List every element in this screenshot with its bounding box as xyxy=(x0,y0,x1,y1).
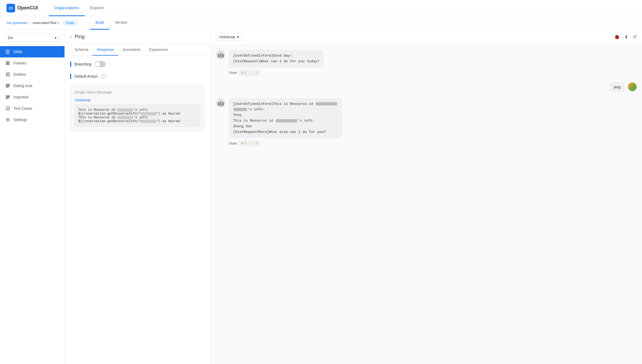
state-badge-1[interactable]: ▶ { ... } xyxy=(239,70,261,76)
sidebar-item-entities[interactable]: Entities xyxy=(0,69,64,80)
sidebar-item-skills[interactable]: Skills xyxy=(0,46,64,57)
default-action-label: Default Action xyxy=(74,74,98,78)
default-action-row: Default Action ? xyxy=(70,74,205,79)
state-badge-2[interactable]: ▶ { ... } xyxy=(239,140,261,146)
svg-rect-13 xyxy=(6,87,8,87)
bot-avatar-1: 🤖 xyxy=(216,50,226,60)
blurred-1 xyxy=(117,108,133,112)
testcases-icon xyxy=(5,106,10,111)
logo-area: CI OpenCUI xyxy=(6,4,38,12)
svg-point-18 xyxy=(7,119,9,121)
chat-message-1: 🤖 [UserDefinedInform]Good day! [SlotRequ… xyxy=(216,50,637,76)
tab-build[interactable]: Build xyxy=(90,16,109,30)
chat-body: 🤖 [UserDefinedInform]Good day! [SlotRequ… xyxy=(210,44,642,364)
debug-icon[interactable]: 🐞 xyxy=(614,34,620,40)
breadcrumb-separator: / xyxy=(29,21,30,25)
blurred-chat-3 xyxy=(276,119,297,122)
chevron-down-icon: ▾ xyxy=(57,21,59,24)
chevron-down-icon: ▾ xyxy=(237,35,239,39)
message-bubble-1: [UserDefinedInform]Good day! [SlotReques… xyxy=(229,50,324,68)
sidebar: EN ▾ Skills Frames Entities xyxy=(0,30,65,364)
blurred-4 xyxy=(140,120,156,123)
panel-title: Ping xyxy=(75,34,84,40)
back-button[interactable]: ‹ xyxy=(70,35,71,39)
state-label-2: State xyxy=(229,141,237,145)
sidebar-item-frames[interactable]: Frames xyxy=(0,57,64,69)
universal-link[interactable]: Universal xyxy=(75,98,90,102)
branching-toggle[interactable] xyxy=(95,61,105,67)
top-nav: CI OpenCUI Organizations Explore xyxy=(0,0,642,16)
svg-rect-7 xyxy=(8,63,9,65)
universal-selector[interactable]: Universal ▾ xyxy=(216,33,243,41)
content-area: ‹ Ping Schema Response Annotation Expres… xyxy=(65,30,642,364)
svg-rect-4 xyxy=(6,61,8,63)
panel-header: ‹ Ping xyxy=(65,30,210,44)
document-icon xyxy=(5,49,10,54)
main-nav: Organizations Explore xyxy=(49,0,109,16)
left-panel: ‹ Ping Schema Response Annotation Expres… xyxy=(65,30,210,364)
branching-label: Branching xyxy=(74,62,91,66)
state-row-1: State ▶ { ... } xyxy=(229,70,637,76)
nav-explore[interactable]: Explore xyxy=(85,0,109,16)
sidebar-item-test-cases[interactable]: Test Cases xyxy=(0,103,64,114)
state-arrow-2: ▶ xyxy=(242,142,243,145)
breadcrumb-tabs: Build Version xyxy=(90,16,133,30)
frames-icon xyxy=(5,61,10,66)
refresh-icon[interactable]: ↺ xyxy=(633,34,637,40)
blurred-3 xyxy=(117,116,133,119)
tab-version[interactable]: Version xyxy=(109,16,133,30)
settings-icon xyxy=(5,117,10,122)
app-name: OpenCUI xyxy=(17,5,38,11)
state-row-2: State ▶ { ... } xyxy=(229,140,637,146)
tab-response[interactable]: Response xyxy=(93,44,118,56)
right-panel: Universal ▾ 🐞 ⬇ ↺ 🤖 [UserDefinedInform]G… xyxy=(210,30,642,364)
language-selector[interactable]: EN ▾ xyxy=(4,34,60,42)
svg-rect-11 xyxy=(6,84,9,85)
section-divider-2 xyxy=(70,74,71,79)
sub-tabs: Schema Response Annotation Expression xyxy=(65,44,210,56)
public-badge: Public xyxy=(63,20,77,25)
branching-row: Branching xyxy=(70,61,205,67)
entities-icon xyxy=(5,72,10,77)
chat-message-2: 🤖 [UserDefinedInform]This is Resource id… xyxy=(216,98,637,146)
blurred-chat-1 xyxy=(316,102,337,105)
bot-message-1: 🤖 [UserDefinedInform]Good day! [SlotRequ… xyxy=(216,50,637,68)
panel-body: Branching Default Action ? Single Value … xyxy=(65,56,210,364)
state-arrow-1: ▶ xyxy=(242,71,243,74)
tab-annotation[interactable]: Annotation xyxy=(118,44,145,56)
svg-rect-16 xyxy=(6,98,8,99)
svg-rect-6 xyxy=(6,63,8,65)
breadcrumb-current[interactable]: reservationTest ▾ xyxy=(33,21,59,25)
message-bubble-2: [UserDefinedInform]This is Resource id '… xyxy=(229,98,342,138)
user-avatar xyxy=(628,83,637,91)
selector-label: Universal xyxy=(219,35,235,39)
sidebar-item-dialog-acts[interactable]: Dialog Acts xyxy=(0,80,64,91)
user-bubble: ping xyxy=(609,82,625,92)
svg-rect-8 xyxy=(6,73,9,74)
bot-avatar-2: 🤖 xyxy=(216,98,226,108)
user-message-row: ping xyxy=(216,82,637,92)
download-icon[interactable]: ⬇ xyxy=(624,34,628,40)
nav-organizations[interactable]: Organizations xyxy=(49,0,85,16)
imported-icon xyxy=(5,95,10,99)
svg-rect-15 xyxy=(6,97,9,98)
chevron-down-icon: ▾ xyxy=(55,36,57,40)
tab-schema[interactable]: Schema xyxy=(70,44,93,56)
bot-message-2: 🤖 [UserDefinedInform]This is Resource id… xyxy=(216,98,637,138)
svg-rect-12 xyxy=(6,85,9,86)
chat-header: Universal ▾ 🐞 ⬇ ↺ xyxy=(210,30,642,44)
breadcrumb-link[interactable]: me.quickstart xyxy=(6,21,27,25)
breadcrumb-bar: me.quickstart / reservationTest ▾ Public… xyxy=(0,16,642,30)
section-divider xyxy=(70,61,71,67)
card-title: Single Value Message xyxy=(75,90,200,94)
dialog-icon xyxy=(5,83,10,88)
state-label-1: State xyxy=(229,71,237,75)
blurred-chat-2 xyxy=(234,108,247,111)
svg-rect-5 xyxy=(8,61,9,63)
blurred-2 xyxy=(140,112,156,115)
tab-expression[interactable]: Expression xyxy=(145,44,172,56)
help-icon[interactable]: ? xyxy=(101,74,106,79)
sidebar-item-imported[interactable]: Imported xyxy=(0,91,64,103)
sidebar-item-settings[interactable]: Settings xyxy=(0,114,64,125)
main-layout: EN ▾ Skills Frames Entities xyxy=(0,30,642,364)
